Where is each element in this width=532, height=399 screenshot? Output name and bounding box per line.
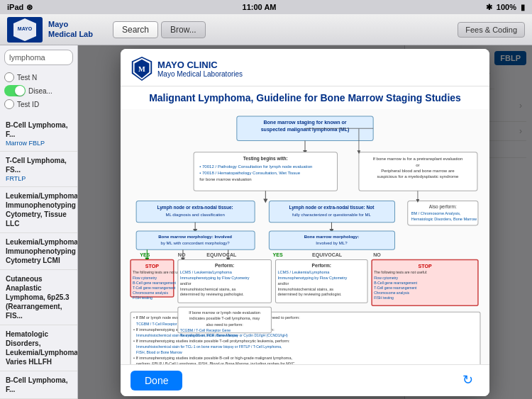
svg-text:FISH testing: FISH testing <box>133 296 153 300</box>
svg-text:EQUIVOCAL: EQUIVOCAL <box>312 252 343 258</box>
svg-text:Immunophenotyping by Flow Cyto: Immunophenotyping by Flow Cytometry <box>180 275 250 279</box>
list-item[interactable]: B-Cell Lymphoma, F... <box>0 371 77 399</box>
svg-text:indicates possible T-cell lymp: indicates possible T-cell lymphoma, may <box>189 316 260 320</box>
tab-search[interactable]: Search <box>113 21 158 38</box>
item-title: Leukemia/Lymphoma, Immunophenotyping Cyt… <box>6 191 72 228</box>
svg-text:Flow cytometry: Flow cytometry <box>133 275 157 279</box>
mayo-shield-icon: M <box>131 56 153 82</box>
nav-title: MayoMedical Lab <box>48 20 93 38</box>
svg-text:for bone marrow evaluation: for bone marrow evaluation <box>199 177 251 181</box>
svg-text:• If immunophenotyping studies: • If immunophenotyping studies indicate … <box>133 338 290 342</box>
clinic-name: MAYO CLINIC <box>157 60 243 70</box>
done-button[interactable]: Done <box>131 371 182 390</box>
radio-test-id[interactable] <box>4 99 14 109</box>
content-area: Test N Disea... Test ID B-Cell Lymphoma,… <box>0 45 532 399</box>
filter-test-name[interactable]: Test N <box>4 72 73 82</box>
status-bar: iPad ⊛ 11:00 AM ✱ 100% ▮ <box>0 0 532 14</box>
svg-text:or: or <box>416 162 419 167</box>
mayo-clinic-logo: M MAYO CLINIC Mayo Medical Laboratories <box>131 56 243 82</box>
refresh-icon[interactable]: ↻ <box>462 372 480 389</box>
svg-text:T-Cell gene rearrangement: T-Cell gene rearrangement <box>374 285 417 289</box>
nav-bar: MAYO MayoMedical Lab Search Brow... Fees… <box>0 14 532 45</box>
fees-coding-button[interactable]: Fees & Coding <box>458 22 525 38</box>
svg-text:T-Cell gene rearrangement: T-Cell gene rearrangement <box>133 285 176 289</box>
modal-header: M MAYO CLINIC Mayo Medical Laboratories <box>121 49 489 86</box>
modal-title-bar: Malignant Lymphoma, Guideline for Bone M… <box>121 86 489 109</box>
svg-text:Hematologic Disorders, Bone Ma: Hematologic Disorders, Bone Marrow <box>411 216 477 220</box>
svg-text:• 70018 / Hematopathology Cons: • 70018 / Hematopathology Consultation, … <box>199 171 300 175</box>
svg-text:determined by reviewing pathol: determined by reviewing pathologist. <box>180 292 244 296</box>
modal-body[interactable]: Bone marrow staging for known or suspect… <box>121 109 489 364</box>
filter-options: Test N Disea... Test ID <box>0 69 77 115</box>
svg-text:fully characterized or questio: fully characterized or questionable for … <box>292 212 371 216</box>
svg-text:YES: YES <box>272 252 282 258</box>
clinic-name-text: MAYO CLINIC Mayo Medical Laboratories <box>157 60 243 78</box>
svg-text:Involved by ML?: Involved by ML? <box>316 241 348 245</box>
svg-text:TCGBM / T-Cell Receptor Gene: TCGBM / T-Cell Receptor Gene <box>180 327 231 332</box>
item-sub: Marrow FBLP <box>6 140 72 147</box>
svg-text:determined by reviewing pathol: determined by reviewing pathologist. <box>278 292 342 296</box>
svg-text:Bone marrow staging for known : Bone marrow staging for known or <box>263 120 346 125</box>
svg-text:also need to perform:: also need to perform: <box>206 322 243 326</box>
svg-text:Bone marrow morphology: Involv: Bone marrow morphology: Involved <box>158 235 232 239</box>
filter-test-id[interactable]: Test ID <box>4 99 73 109</box>
nav-tabs: Search Brow... <box>113 21 206 38</box>
svg-text:BM / Chromosome Analysis,: BM / Chromosome Analysis, <box>411 210 461 215</box>
item-title: B-Cell Lymphoma, F... <box>6 376 72 394</box>
list-item[interactable]: Cutaneous Anaplastic Lymphoma, 6p25.3 (R… <box>0 270 77 325</box>
svg-text:If bone marrow is for a pretra: If bone marrow is for a pretransplant ev… <box>373 156 463 160</box>
svg-text:Perform:: Perform: <box>215 262 234 267</box>
item-sub: FRTLP <box>6 175 72 182</box>
svg-text:YES: YES <box>140 252 150 258</box>
svg-text:Lymph node or extra-nodal tiss: Lymph node or extra-nodal tissue: <box>157 204 233 210</box>
tab-browse[interactable]: Brow... <box>161 21 206 38</box>
svg-text:Testing begins with:: Testing begins with: <box>243 155 288 161</box>
svg-text:Bone marrow morphology:: Bone marrow morphology: <box>304 235 359 239</box>
svg-text:FISH, Blood or Bone Marrow: FISH, Blood or Bone Marrow <box>136 350 182 354</box>
item-title: Cutaneous Anaplastic Lymphoma, 6p25.3 (R… <box>6 274 72 320</box>
wifi-icon: ⊛ <box>26 3 33 12</box>
sidebar-list: B-Cell Lymphoma, F... Marrow FBLP T-Cell… <box>0 115 77 399</box>
sidebar: Test N Disea... Test ID B-Cell Lymphoma,… <box>0 45 78 399</box>
toggle-disease[interactable] <box>4 85 26 96</box>
svg-text:STOP: STOP <box>145 263 159 269</box>
list-item[interactable]: Hematologic Disorders, Leukemia/Lymphoma… <box>0 325 77 371</box>
main-panel: FBLP agnantideline for Boneudies › Bone … <box>78 45 532 399</box>
radio-test-name[interactable] <box>4 72 14 82</box>
item-title: Hematologic Disorders, Leukemia/Lymphoma… <box>6 330 72 366</box>
modal-footer: Done ↻ <box>121 364 489 396</box>
svg-text:and/or: and/or <box>278 281 289 285</box>
list-item[interactable]: Leukemia/Lymphoma, Immunophenotyping Cyt… <box>0 233 77 270</box>
search-input[interactable] <box>4 50 73 65</box>
item-title: Leukemia/Lymphoma, Immunophenotyping Cyt… <box>6 237 72 265</box>
svg-text:• If immunophenotyping studies: • If immunophenotyping studies indicate … <box>133 356 292 360</box>
filter-disease[interactable]: Disea... <box>4 85 73 96</box>
svg-text:Immunohistochemical stains, as: Immunohistochemical stains, as <box>278 286 334 291</box>
status-right: ✱ 100% ▮ <box>486 3 525 12</box>
item-title: T-Cell Lymphoma, FS... <box>6 156 72 174</box>
svg-text:Also perform:: Also perform: <box>429 203 457 209</box>
svg-text:ML diagnosis and classificatio: ML diagnosis and classification <box>165 212 224 216</box>
list-item[interactable]: B-Cell Lymphoma, F... Marrow FBLP <box>0 116 77 152</box>
svg-text:Rearrangement, PCR, Bone Marro: Rearrangement, PCR, Bone Marrow <box>180 332 238 337</box>
svg-text:Immunohistochemical stain for : Immunohistochemical stain for TCL-1 on b… <box>136 344 282 348</box>
modal-overlay: M MAYO CLINIC Mayo Medical Laboratories … <box>78 45 532 399</box>
nav-clinic-text: MayoMedical Lab <box>48 20 93 38</box>
svg-text:Chromosome analysis: Chromosome analysis <box>374 291 409 295</box>
svg-text:LCMS / Leukemia/Lymphoma: LCMS / Leukemia/Lymphoma <box>278 269 331 274</box>
svg-text:Chromosome analysis: Chromosome analysis <box>133 291 168 295</box>
svg-text:Lymph node or extra-nodal tiss: Lymph node or extra-nodal tissue: Not <box>289 204 375 210</box>
list-item[interactable]: Leukemia/Lymphoma, Immunophenotyping Cyt… <box>0 187 77 233</box>
mayo-logo: MAYO <box>7 17 43 43</box>
svg-text:B-Cell gene rearrangement: B-Cell gene rearrangement <box>133 280 176 284</box>
bluetooth-icon: ✱ <box>486 3 492 12</box>
svg-text:LCMS / Leukemia/Lymphoma: LCMS / Leukemia/Lymphoma <box>180 269 233 274</box>
list-item[interactable]: T-Cell Lymphoma, FS... FRTLP <box>0 152 77 187</box>
filter-test-id-label: Test ID <box>17 101 39 108</box>
battery-label: 100% <box>497 3 516 11</box>
modal-title: Malignant Lymphoma, Guideline for Bone M… <box>131 92 480 103</box>
svg-text:The following tests are not us: The following tests are not useful: <box>374 269 427 274</box>
clinic-subtitle: Mayo Medical Laboratories <box>157 70 243 78</box>
battery-icon: ▮ <box>521 3 525 12</box>
modal-dialog: M MAYO CLINIC Mayo Medical Laboratories … <box>121 49 489 396</box>
